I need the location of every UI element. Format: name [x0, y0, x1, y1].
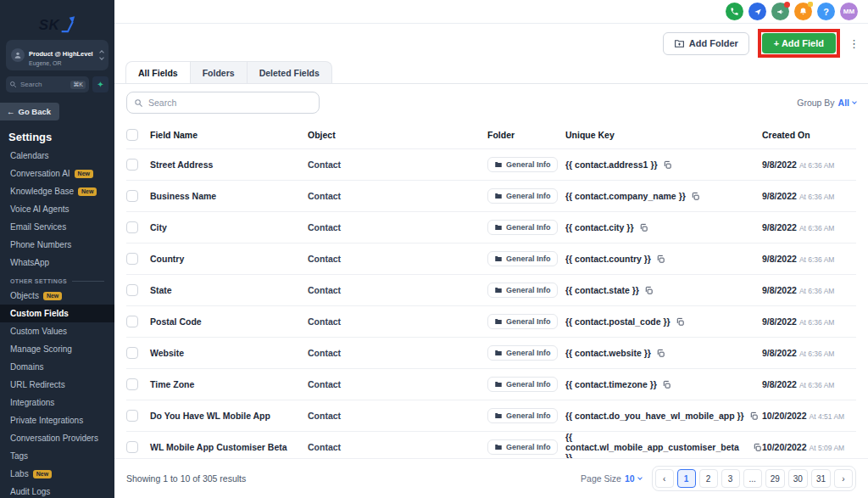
sidebar-item-objects[interactable]: ObjectsNew [0, 287, 114, 305]
avatar-initials: MM [843, 8, 854, 15]
sparkle-button[interactable]: ✦ [92, 76, 108, 92]
sidebar-item-knowledge-base[interactable]: Knowledge BaseNew [0, 182, 114, 200]
folder-chip[interactable]: General Info [487, 314, 558, 329]
sidebar-item-email-services[interactable]: Email Services [0, 218, 114, 236]
copy-icon[interactable] [662, 380, 671, 389]
notifications-icon[interactable] [794, 3, 812, 20]
row-checkbox[interactable] [126, 159, 138, 171]
launch-icon[interactable] [748, 3, 766, 20]
copy-icon[interactable] [656, 349, 665, 358]
page-ellipsis[interactable]: ... [743, 469, 762, 488]
folder-chip[interactable]: General Info [487, 345, 558, 361]
tab-deleted-fields[interactable]: Deleted Fields [247, 61, 332, 83]
row-checkbox[interactable] [126, 190, 138, 202]
sidebar-item-url-redirects[interactable]: URL Redirects [0, 376, 114, 394]
table-search[interactable] [126, 92, 320, 114]
sidebar-item-conversation-ai[interactable]: Conversation AINew [0, 165, 114, 182]
row-checkbox[interactable] [126, 441, 138, 453]
field-object: Contact [308, 316, 487, 327]
copy-icon[interactable] [663, 160, 672, 170]
next-page-button[interactable]: › [834, 469, 853, 488]
sidebar-item-manage-scoring[interactable]: Manage Scoring [0, 340, 114, 358]
sidebar-item-whatsapp[interactable]: WhatsApp [0, 254, 114, 271]
copy-icon[interactable] [639, 223, 648, 232]
sidebar-search-field[interactable] [20, 81, 61, 88]
select-all-checkbox[interactable] [126, 129, 138, 141]
table-row: City Contact General Info {{ contact.cit… [126, 211, 856, 243]
field-object: Contact [308, 191, 487, 201]
sidebar-item-phone-numbers[interactable]: Phone Numbers [0, 236, 114, 254]
row-checkbox[interactable] [126, 284, 138, 296]
account-name: Product @ HighLevel [29, 50, 93, 58]
account-switcher[interactable]: Product @ HighLevel Eugene, OR [6, 40, 108, 70]
group-by-dropdown[interactable]: Group By All [797, 98, 856, 108]
go-back-button[interactable]: ← Go Back [0, 103, 59, 120]
unique-key: {{ contact.country }} [565, 254, 651, 264]
row-checkbox[interactable] [126, 253, 138, 265]
row-checkbox[interactable] [126, 410, 138, 422]
sidebar-item-integrations[interactable]: Integrations [0, 394, 114, 411]
folder-chip[interactable]: General Info [487, 439, 558, 455]
folder-chip[interactable]: General Info [487, 283, 558, 298]
tab-all-fields[interactable]: All Fields [125, 61, 191, 83]
row-checkbox[interactable] [126, 347, 138, 359]
sidebar-item-voice-ai-agents[interactable]: Voice AI Agents [0, 200, 114, 218]
folder-chip-label: General Info [506, 160, 551, 169]
sidebar-item-tags[interactable]: Tags [0, 447, 114, 465]
notification-badge [808, 2, 813, 7]
tab-folders[interactable]: Folders [190, 61, 248, 83]
copy-icon[interactable] [656, 255, 665, 264]
sidebar-item-custom-fields[interactable]: Custom Fields [0, 305, 114, 322]
sidebar-item-audit-logs[interactable]: Audit Logs [0, 483, 114, 498]
folder-icon [494, 160, 503, 169]
created-on: 10/20/2022At 5:09 AM [762, 442, 856, 452]
kebab-menu-icon[interactable]: ⋮ [849, 38, 860, 49]
prev-page-button[interactable]: ‹ [655, 469, 674, 488]
help-icon[interactable]: ? [817, 3, 835, 20]
row-checkbox[interactable] [126, 378, 138, 390]
copy-icon[interactable] [644, 286, 654, 295]
account-avatar-icon [11, 48, 25, 62]
fields-table: Field Name Object Folder Unique Key Crea… [114, 121, 868, 458]
folder-chip[interactable]: General Info [487, 157, 558, 172]
page-button[interactable]: 1 [677, 469, 696, 488]
page-button[interactable]: 30 [788, 469, 808, 488]
add-field-button[interactable]: + Add Field [762, 33, 836, 53]
sidebar-item-conversation-providers[interactable]: Conversation Providers [0, 429, 114, 447]
copy-icon[interactable] [749, 411, 759, 421]
page-size-dropdown[interactable]: Page Size 10 [581, 473, 642, 484]
page-button[interactable]: 29 [765, 469, 785, 488]
add-folder-button[interactable]: Add Folder [663, 32, 749, 55]
help-glyph: ? [823, 7, 829, 17]
folder-chip[interactable]: General Info [487, 377, 558, 392]
sidebar-item-custom-values[interactable]: Custom Values [0, 322, 114, 340]
created-time: At 6:36 AM [799, 193, 835, 201]
sidebar-item-label: Email Services [10, 222, 66, 232]
announcements-icon[interactable] [771, 3, 789, 20]
row-checkbox[interactable] [126, 316, 138, 327]
page-button[interactable]: 3 [721, 469, 740, 488]
folder-chip[interactable]: General Info [487, 251, 558, 266]
sidebar-search-input[interactable]: ⌘K [6, 76, 89, 92]
sidebar-item-labs[interactable]: LabsNew [0, 465, 114, 483]
folder-chip-label: General Info [506, 317, 551, 326]
field-name: Business Name [150, 191, 308, 201]
page-button[interactable]: 2 [699, 469, 718, 488]
page-button[interactable]: 31 [811, 469, 831, 488]
created-date: 9/8/2022 [762, 348, 797, 358]
copy-icon[interactable] [691, 192, 700, 201]
created-time: At 4:51 AM [810, 412, 845, 421]
copy-icon[interactable] [676, 317, 685, 327]
sidebar-item-calendars[interactable]: Calendars [0, 147, 114, 165]
sidebar-item-private-integrations[interactable]: Private Integrations [0, 411, 114, 429]
row-checkbox[interactable] [126, 221, 138, 233]
table-search-input[interactable] [148, 98, 312, 108]
sidebar-item-label: Audit Logs [10, 487, 50, 496]
phone-icon[interactable] [726, 3, 743, 20]
sidebar-item-domains[interactable]: Domains [0, 358, 114, 376]
folder-chip[interactable]: General Info [487, 408, 558, 423]
folder-chip[interactable]: General Info [487, 220, 558, 235]
copy-icon[interactable] [753, 443, 762, 452]
folder-chip[interactable]: General Info [487, 188, 558, 204]
avatar[interactable]: MM [840, 3, 858, 20]
